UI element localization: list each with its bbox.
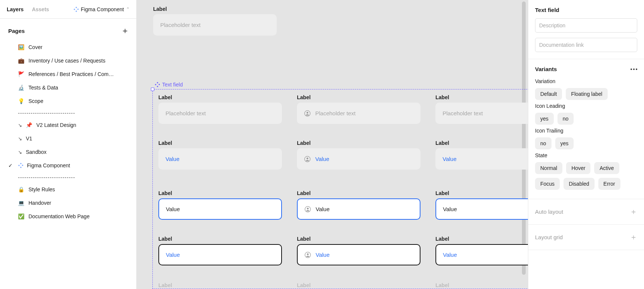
page-item-doc-web[interactable]: ✅Documentation Web Page bbox=[0, 210, 136, 223]
text-field-variant[interactable]: Label Value bbox=[297, 236, 420, 265]
frame-name-tag[interactable]: Text field bbox=[155, 82, 183, 88]
page-divider: --------------------------- bbox=[0, 172, 136, 183]
text-field-variant[interactable]: Label bbox=[297, 282, 420, 289]
svg-point-13 bbox=[307, 112, 309, 113]
page-item-handover[interactable]: 💻Handover bbox=[0, 196, 136, 210]
variant-pill-yes[interactable]: yes bbox=[555, 137, 574, 149]
variant-pill-disabled[interactable]: Disabled bbox=[564, 178, 594, 190]
emoji-icon: 💡 bbox=[18, 98, 25, 104]
text-field-variant[interactable]: Label Placeholder text bbox=[297, 94, 420, 124]
tab-layers[interactable]: Layers bbox=[7, 6, 24, 12]
variant-pill-normal[interactable]: Normal bbox=[535, 162, 562, 174]
text-field-variant[interactable]: Label Value bbox=[435, 140, 528, 170]
variant-pill-floating-label[interactable]: Floating label bbox=[566, 88, 607, 100]
add-page-button[interactable]: ＋ bbox=[121, 26, 130, 35]
svg-point-17 bbox=[307, 207, 309, 209]
text-field-variant[interactable]: Label Value bbox=[435, 190, 528, 220]
arrow-down-right-icon: ↘ bbox=[18, 122, 22, 128]
left-tabs: Layers Assets Figma Component ⌃ bbox=[0, 0, 136, 19]
variant-pill-no[interactable]: no bbox=[535, 137, 552, 149]
field-label: Label bbox=[435, 282, 528, 288]
text-field-input[interactable]: Placeholder text bbox=[297, 103, 420, 124]
svg-rect-2 bbox=[73, 8, 75, 10]
text-field-variant[interactable]: Label Value bbox=[435, 236, 528, 265]
text-field-input[interactable]: Value bbox=[297, 148, 420, 170]
component-icon bbox=[73, 7, 79, 12]
selection-handle-tl[interactable] bbox=[151, 88, 154, 91]
page-item-v1[interactable]: ↘V1 bbox=[0, 132, 136, 145]
text-field-input[interactable]: Value bbox=[435, 244, 528, 265]
svg-rect-5 bbox=[20, 167, 22, 168]
text-field-variant[interactable]: Label Value bbox=[158, 140, 282, 170]
text-field-input[interactable]: Value bbox=[158, 244, 282, 265]
variant-pill-active[interactable]: Active bbox=[594, 162, 619, 174]
variant-pill-focus[interactable]: Focus bbox=[535, 178, 560, 190]
field-label: Label bbox=[158, 190, 282, 196]
page-item-sandbox[interactable]: ↘Sandbox bbox=[0, 145, 136, 159]
text-field-input[interactable]: Value bbox=[297, 244, 420, 265]
page-switcher[interactable]: Figma Component ⌃ bbox=[73, 6, 130, 12]
emoji-icon: 💻 bbox=[18, 200, 25, 206]
variant-pill-default[interactable]: Default bbox=[535, 88, 562, 100]
svg-rect-9 bbox=[157, 86, 158, 87]
svg-rect-11 bbox=[158, 84, 160, 85]
page-list: 🖼️Cover 💼Inventory / Use cases / Request… bbox=[0, 39, 136, 223]
text-field-input[interactable]: Value bbox=[297, 198, 420, 220]
page-item-tests[interactable]: 🔬Tests & Data bbox=[0, 81, 136, 94]
text-field-input[interactable]: Placeholder text bbox=[153, 14, 277, 36]
tab-assets[interactable]: Assets bbox=[32, 6, 49, 12]
pages-header: Pages ＋ bbox=[0, 19, 136, 39]
page-item-style-rules[interactable]: 🔒Style Rules bbox=[0, 183, 136, 196]
variant-pill-no[interactable]: no bbox=[558, 113, 574, 125]
variant-pill-error[interactable]: Error bbox=[598, 178, 620, 190]
text-field-variant[interactable]: Label bbox=[435, 282, 528, 289]
text-field-variant[interactable]: Label Placeholder text bbox=[153, 6, 277, 36]
text-field-variant[interactable]: Label Value bbox=[158, 190, 282, 220]
description-input[interactable] bbox=[535, 18, 637, 33]
field-label: Label bbox=[158, 94, 282, 100]
text-field-variant[interactable]: Label Value bbox=[158, 236, 282, 265]
page-item-cover[interactable]: 🖼️Cover bbox=[0, 40, 136, 54]
left-panel: Layers Assets Figma Component ⌃ Pages ＋ … bbox=[0, 0, 137, 289]
field-label: Label bbox=[158, 236, 282, 242]
field-label: Label bbox=[435, 94, 528, 100]
page-item-references[interactable]: 🚩References / Best Practices / Com… bbox=[0, 67, 136, 81]
text-field-input[interactable]: Value bbox=[158, 198, 282, 220]
user-icon bbox=[304, 110, 311, 117]
page-item-v2[interactable]: ↘📌V2 Latest Design bbox=[0, 118, 136, 132]
variant-pill-yes[interactable]: yes bbox=[535, 113, 554, 125]
variant-pill-hover[interactable]: Hover bbox=[566, 162, 590, 174]
auto-layout-section[interactable]: Auto layout ＋ bbox=[528, 199, 644, 225]
text-field-variant[interactable]: Label Placeholder text bbox=[435, 94, 528, 124]
emoji-icon: 💼 bbox=[18, 58, 25, 64]
emoji-icon: 🔬 bbox=[18, 85, 25, 91]
field-label: Label bbox=[297, 140, 420, 146]
page-item-inventory[interactable]: 💼Inventory / Use cases / Requests bbox=[0, 54, 136, 67]
text-field-input[interactable]: Placeholder text bbox=[435, 103, 528, 124]
field-label: Label bbox=[297, 236, 420, 242]
page-item-figma-component[interactable]: ✓ Figma Component bbox=[0, 159, 136, 172]
text-field-input[interactable]: Value bbox=[158, 148, 282, 170]
text-field-variant[interactable]: Label Placeholder text bbox=[158, 94, 282, 124]
text-field-variant[interactable]: Label bbox=[158, 282, 282, 289]
layout-grid-section[interactable]: Layout grid ＋ bbox=[528, 225, 644, 250]
documentation-link-input[interactable] bbox=[535, 38, 637, 52]
field-label: Label bbox=[297, 94, 420, 100]
text-field-variant[interactable]: Label Value bbox=[297, 140, 420, 170]
page-item-scope[interactable]: 💡Scope bbox=[0, 94, 136, 108]
text-field-input[interactable]: Value bbox=[435, 198, 528, 220]
arrow-down-right-icon: ↘ bbox=[18, 136, 22, 142]
prop-label-state: State bbox=[535, 152, 637, 158]
component-section: Text field bbox=[528, 0, 644, 59]
field-label: Label bbox=[297, 282, 420, 288]
emoji-icon: 🔒 bbox=[18, 186, 25, 192]
arrow-down-right-icon: ↘ bbox=[18, 149, 22, 155]
text-field-input[interactable]: Placeholder text bbox=[158, 103, 282, 124]
variants-section: Variants Variation Default Floating labe… bbox=[528, 59, 644, 199]
variants-menu-button[interactable] bbox=[631, 69, 637, 70]
text-field-variant[interactable]: Label Value bbox=[297, 190, 420, 220]
user-icon bbox=[304, 206, 311, 213]
text-field-input[interactable]: Value bbox=[435, 148, 528, 170]
canvas[interactable]: Label Placeholder text Text field Label … bbox=[137, 0, 528, 289]
variants-heading: Variants bbox=[535, 66, 557, 72]
